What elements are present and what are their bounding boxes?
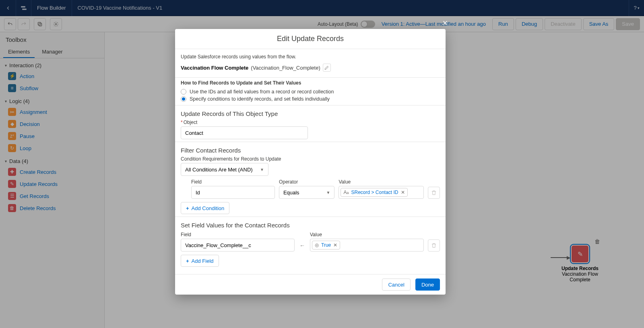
radio-specify-conditions[interactable]: Specify conditions to identify records, … xyxy=(181,95,440,103)
plus-icon: + xyxy=(186,258,189,264)
object-input[interactable]: Contact xyxy=(181,126,308,139)
cancel-button[interactable]: Cancel xyxy=(382,278,410,291)
cond-value-input[interactable]: AaSRecord > Contact ID✕ xyxy=(339,186,424,199)
pencil-icon xyxy=(324,66,329,70)
edit-name-button[interactable] xyxy=(323,64,331,72)
close-button[interactable] xyxy=(442,19,449,27)
global-constant-icon: ◎ xyxy=(315,242,319,248)
modal-description: Update Salesforce records using values f… xyxy=(181,54,440,60)
text-icon: Aa xyxy=(343,190,349,195)
cond-req-select[interactable]: All Conditions Are Met (AND) ▼ xyxy=(181,163,268,176)
radio-use-ids[interactable]: Use the IDs and all field values from a … xyxy=(181,88,440,95)
cond-operator-select[interactable]: Equals▼ xyxy=(279,186,335,199)
radio-icon xyxy=(181,96,186,102)
remove-pill-button[interactable]: ✕ xyxy=(401,190,405,195)
remove-pill-button[interactable]: ✕ xyxy=(333,242,337,248)
cond-field-input[interactable]: Id xyxy=(191,186,275,199)
close-icon xyxy=(442,19,449,27)
element-name: Vaccination Flow Complete xyxy=(181,65,248,71)
trash-icon xyxy=(431,243,437,248)
done-button[interactable]: Done xyxy=(415,278,440,291)
modal-title: Edit Update Records xyxy=(175,29,446,49)
trash-icon xyxy=(431,190,437,196)
set-value-input[interactable]: ◎True✕ xyxy=(310,239,424,252)
filter-section-title: Filter Contact Records xyxy=(181,147,440,154)
arrow-left-icon: ← xyxy=(299,239,306,252)
object-label: Object xyxy=(181,120,308,125)
plus-icon: + xyxy=(186,205,189,211)
chevron-down-icon: ▼ xyxy=(260,167,264,172)
radio-icon xyxy=(181,89,186,95)
object-section-title: Update Records of This Object Type xyxy=(181,110,440,117)
add-condition-button[interactable]: +Add Condition xyxy=(181,202,229,214)
howto-title: How to Find Records to Update and Set Th… xyxy=(181,80,440,86)
chevron-down-icon: ▼ xyxy=(326,190,330,195)
add-field-button[interactable]: +Add Field xyxy=(181,255,219,267)
cond-req-label: Condition Requirements for Records to Up… xyxy=(181,156,440,162)
set-fields-section-title: Set Field Values for the Contact Records xyxy=(181,222,440,229)
set-field-input[interactable]: Vaccine_Flow_Complete__c xyxy=(181,239,295,252)
delete-set-field-button[interactable] xyxy=(428,239,440,252)
element-api-name: (Vaccination_Flow_Complete) xyxy=(251,65,320,71)
delete-condition-button[interactable] xyxy=(428,187,440,199)
edit-update-records-modal: Edit Update Records Update Salesforce re… xyxy=(175,29,446,295)
